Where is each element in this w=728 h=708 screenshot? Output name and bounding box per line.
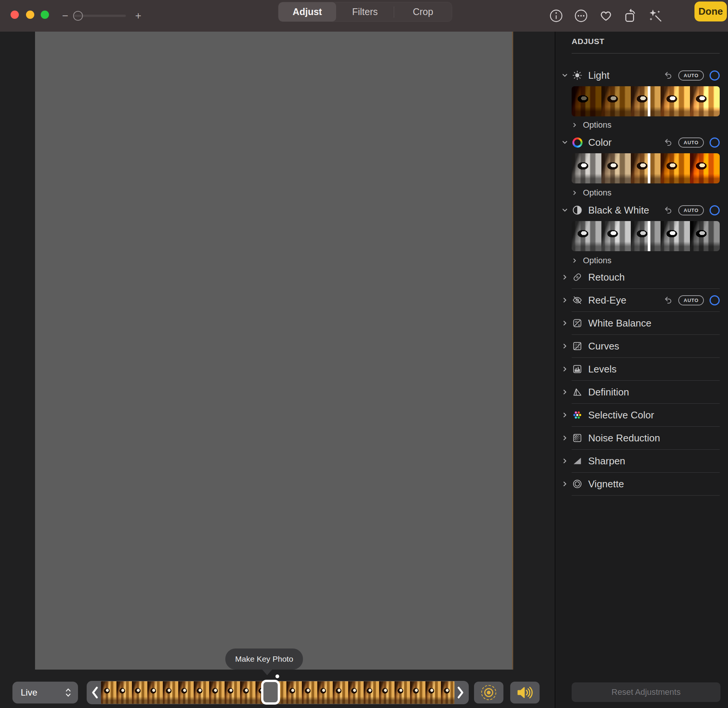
color-thumbnail-strip[interactable] bbox=[572, 153, 720, 183]
film-frame[interactable] bbox=[410, 681, 425, 704]
bw-variant-thumb[interactable] bbox=[661, 221, 690, 251]
tab-adjust[interactable]: Adjust bbox=[278, 2, 336, 21]
bandage-icon bbox=[572, 272, 583, 282]
auto-enhance-wand-icon[interactable] bbox=[647, 8, 664, 24]
chevron-left-icon[interactable] bbox=[89, 686, 101, 699]
fullscreen-window-button[interactable] bbox=[41, 11, 49, 19]
key-frame-handle[interactable] bbox=[261, 680, 280, 705]
undo-icon[interactable] bbox=[664, 138, 673, 147]
light-variant-thumb[interactable] bbox=[661, 86, 690, 116]
section-selective-color[interactable]: Selective Color bbox=[572, 404, 720, 427]
section-noise-reduction[interactable]: Noise Reduction bbox=[572, 427, 720, 450]
film-frame[interactable] bbox=[286, 681, 302, 704]
media-type-dropdown[interactable]: Live bbox=[12, 682, 78, 703]
zoom-slider[interactable]: − + bbox=[60, 0, 143, 32]
section-curves[interactable]: Curves bbox=[572, 335, 720, 358]
zoom-in-icon[interactable]: + bbox=[133, 10, 143, 22]
undo-icon[interactable] bbox=[664, 296, 673, 305]
heart-icon[interactable] bbox=[598, 8, 614, 24]
sidebar-header: ADJUST bbox=[572, 37, 604, 46]
chevron-down-icon[interactable] bbox=[561, 72, 568, 79]
auto-button[interactable]: AUTO bbox=[678, 295, 704, 305]
strip-current-indicator[interactable] bbox=[648, 221, 650, 251]
section-levels[interactable]: Levels bbox=[572, 358, 720, 381]
strip-current-indicator[interactable] bbox=[648, 86, 650, 116]
light-variant-thumb[interactable] bbox=[631, 86, 661, 116]
tab-crop[interactable]: Crop bbox=[394, 2, 452, 21]
tab-filters[interactable]: Filters bbox=[336, 2, 394, 21]
film-frame[interactable] bbox=[302, 681, 317, 704]
chevron-right-icon bbox=[561, 481, 568, 487]
film-frame[interactable] bbox=[178, 681, 194, 704]
enable-adjustment-toggle[interactable] bbox=[710, 205, 720, 215]
film-frame[interactable] bbox=[348, 681, 364, 704]
film-frame[interactable] bbox=[225, 681, 240, 704]
color-variant-thumb[interactable] bbox=[690, 153, 720, 183]
undo-icon[interactable] bbox=[664, 71, 673, 80]
light-variant-thumb[interactable] bbox=[690, 86, 720, 116]
undo-icon[interactable] bbox=[664, 206, 673, 215]
bw-variant-thumb[interactable] bbox=[631, 221, 661, 251]
film-frame[interactable] bbox=[194, 681, 209, 704]
film-frame[interactable] bbox=[101, 681, 116, 704]
color-variant-thumb[interactable] bbox=[661, 153, 690, 183]
section-vignette[interactable]: Vignette bbox=[572, 473, 720, 496]
enable-adjustment-toggle[interactable] bbox=[710, 137, 720, 148]
sound-toggle-button[interactable] bbox=[510, 682, 540, 703]
section-red-eye[interactable]: Red-Eye AUTO bbox=[572, 289, 720, 312]
strip-current-indicator[interactable] bbox=[648, 153, 650, 183]
film-frame[interactable] bbox=[163, 681, 178, 704]
film-frame[interactable] bbox=[364, 681, 379, 704]
chevron-right-icon[interactable] bbox=[454, 686, 466, 699]
chevron-down-icon[interactable] bbox=[561, 139, 568, 146]
film-frame[interactable] bbox=[132, 681, 147, 704]
zoom-slider-track[interactable] bbox=[74, 15, 126, 17]
section-sharpen[interactable]: Sharpen bbox=[572, 450, 720, 473]
color-options-button[interactable]: Options bbox=[572, 186, 612, 199]
film-frame[interactable] bbox=[240, 681, 255, 704]
close-window-button[interactable] bbox=[11, 11, 19, 19]
light-variant-thumb[interactable] bbox=[601, 86, 631, 116]
reset-adjustments-button[interactable]: Reset Adjustments bbox=[572, 682, 720, 702]
film-frame[interactable] bbox=[317, 681, 333, 704]
auto-button[interactable]: AUTO bbox=[678, 70, 704, 81]
film-frame[interactable] bbox=[441, 681, 454, 704]
film-frame[interactable] bbox=[209, 681, 225, 704]
minimize-window-button[interactable] bbox=[26, 11, 34, 19]
info-icon[interactable] bbox=[548, 8, 564, 24]
auto-button[interactable]: AUTO bbox=[678, 205, 704, 215]
section-color[interactable]: Color AUTO bbox=[572, 132, 720, 153]
zoom-slider-knob[interactable] bbox=[73, 11, 83, 21]
film-frame[interactable] bbox=[395, 681, 410, 704]
film-frame[interactable] bbox=[116, 681, 132, 704]
section-retouch[interactable]: Retouch bbox=[572, 266, 720, 289]
enable-adjustment-toggle[interactable] bbox=[710, 70, 720, 81]
light-options-button[interactable]: Options bbox=[572, 119, 612, 131]
bw-variant-thumb[interactable] bbox=[601, 221, 631, 251]
section-light[interactable]: Light AUTO bbox=[572, 65, 720, 86]
bw-variant-thumb[interactable] bbox=[690, 221, 720, 251]
bw-thumbnail-strip[interactable] bbox=[572, 221, 720, 251]
section-definition[interactable]: Definition bbox=[572, 381, 720, 404]
light-variant-thumb[interactable] bbox=[572, 86, 601, 116]
film-frame[interactable] bbox=[425, 681, 441, 704]
ellipsis-circle-icon[interactable] bbox=[573, 8, 589, 24]
live-photo-toggle-button[interactable] bbox=[474, 682, 503, 703]
section-black-white[interactable]: Black & White AUTO bbox=[572, 200, 720, 221]
auto-button[interactable]: AUTO bbox=[678, 137, 704, 148]
done-button[interactable]: Done bbox=[694, 2, 727, 21]
bw-options-button[interactable]: Options bbox=[572, 254, 612, 267]
rotate-icon[interactable] bbox=[622, 8, 639, 24]
bw-variant-thumb[interactable] bbox=[572, 221, 601, 251]
color-variant-thumb[interactable] bbox=[631, 153, 661, 183]
light-thumbnail-strip[interactable] bbox=[572, 86, 720, 116]
film-frame[interactable] bbox=[379, 681, 395, 704]
enable-adjustment-toggle[interactable] bbox=[710, 295, 720, 305]
film-frame[interactable] bbox=[333, 681, 348, 704]
section-white-balance[interactable]: W B White Balance bbox=[572, 312, 720, 335]
film-frame[interactable] bbox=[147, 681, 163, 704]
color-variant-thumb[interactable] bbox=[572, 153, 601, 183]
zoom-out-icon[interactable]: − bbox=[60, 10, 70, 22]
chevron-down-icon[interactable] bbox=[561, 207, 568, 214]
color-variant-thumb[interactable] bbox=[601, 153, 631, 183]
